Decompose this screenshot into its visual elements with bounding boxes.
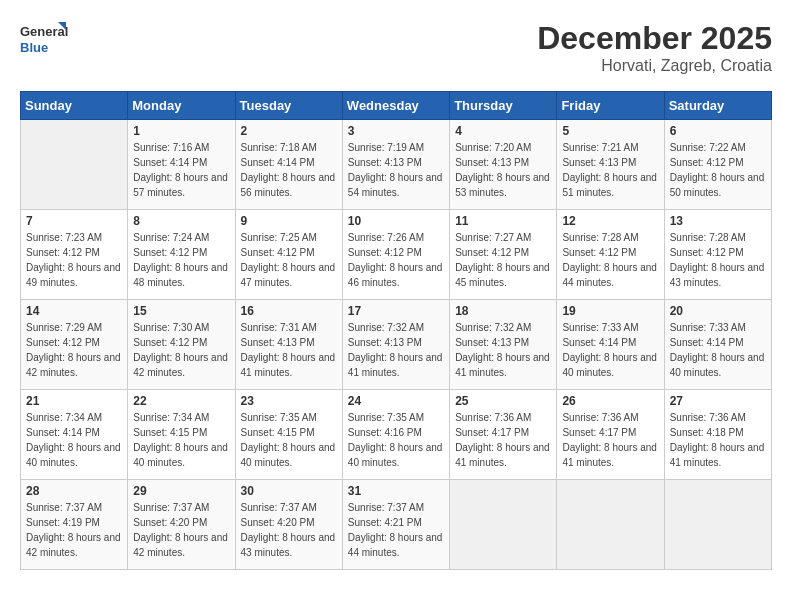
calendar-cell: 15 Sunrise: 7:30 AMSunset: 4:12 PMDaylig… [128,300,235,390]
day-number: 19 [562,304,658,318]
calendar-cell: 11 Sunrise: 7:27 AMSunset: 4:12 PMDaylig… [450,210,557,300]
day-info: Sunrise: 7:36 AMSunset: 4:17 PMDaylight:… [455,410,551,470]
svg-text:Blue: Blue [20,40,48,55]
calendar-cell: 1 Sunrise: 7:16 AMSunset: 4:14 PMDayligh… [128,120,235,210]
calendar-week-3: 14 Sunrise: 7:29 AMSunset: 4:12 PMDaylig… [21,300,772,390]
day-number: 6 [670,124,766,138]
calendar-cell: 30 Sunrise: 7:37 AMSunset: 4:20 PMDaylig… [235,480,342,570]
day-info: Sunrise: 7:35 AMSunset: 4:16 PMDaylight:… [348,410,444,470]
calendar-cell [557,480,664,570]
day-info: Sunrise: 7:37 AMSunset: 4:20 PMDaylight:… [133,500,229,560]
day-number: 30 [241,484,337,498]
month-title: December 2025 [537,20,772,57]
calendar-cell: 19 Sunrise: 7:33 AMSunset: 4:14 PMDaylig… [557,300,664,390]
column-header-monday: Monday [128,92,235,120]
day-info: Sunrise: 7:29 AMSunset: 4:12 PMDaylight:… [26,320,122,380]
calendar-cell: 8 Sunrise: 7:24 AMSunset: 4:12 PMDayligh… [128,210,235,300]
calendar-cell: 28 Sunrise: 7:37 AMSunset: 4:19 PMDaylig… [21,480,128,570]
day-number: 10 [348,214,444,228]
day-info: Sunrise: 7:19 AMSunset: 4:13 PMDaylight:… [348,140,444,200]
day-number: 15 [133,304,229,318]
calendar-cell: 5 Sunrise: 7:21 AMSunset: 4:13 PMDayligh… [557,120,664,210]
day-number: 13 [670,214,766,228]
day-number: 5 [562,124,658,138]
day-number: 2 [241,124,337,138]
day-info: Sunrise: 7:33 AMSunset: 4:14 PMDaylight:… [670,320,766,380]
day-number: 12 [562,214,658,228]
calendar-cell: 14 Sunrise: 7:29 AMSunset: 4:12 PMDaylig… [21,300,128,390]
day-info: Sunrise: 7:27 AMSunset: 4:12 PMDaylight:… [455,230,551,290]
svg-text:General: General [20,24,68,39]
column-header-sunday: Sunday [21,92,128,120]
day-number: 28 [26,484,122,498]
calendar-cell: 13 Sunrise: 7:28 AMSunset: 4:12 PMDaylig… [664,210,771,300]
day-number: 7 [26,214,122,228]
day-info: Sunrise: 7:34 AMSunset: 4:14 PMDaylight:… [26,410,122,470]
calendar-table: SundayMondayTuesdayWednesdayThursdayFrid… [20,91,772,570]
calendar-cell: 27 Sunrise: 7:36 AMSunset: 4:18 PMDaylig… [664,390,771,480]
day-number: 26 [562,394,658,408]
day-number: 20 [670,304,766,318]
calendar-week-2: 7 Sunrise: 7:23 AMSunset: 4:12 PMDayligh… [21,210,772,300]
day-info: Sunrise: 7:37 AMSunset: 4:19 PMDaylight:… [26,500,122,560]
calendar-week-5: 28 Sunrise: 7:37 AMSunset: 4:19 PMDaylig… [21,480,772,570]
calendar-cell: 4 Sunrise: 7:20 AMSunset: 4:13 PMDayligh… [450,120,557,210]
day-info: Sunrise: 7:16 AMSunset: 4:14 PMDaylight:… [133,140,229,200]
location-title: Horvati, Zagreb, Croatia [537,57,772,75]
day-number: 27 [670,394,766,408]
day-number: 3 [348,124,444,138]
column-header-thursday: Thursday [450,92,557,120]
day-number: 16 [241,304,337,318]
day-info: Sunrise: 7:36 AMSunset: 4:17 PMDaylight:… [562,410,658,470]
day-number: 14 [26,304,122,318]
day-info: Sunrise: 7:22 AMSunset: 4:12 PMDaylight:… [670,140,766,200]
day-info: Sunrise: 7:33 AMSunset: 4:14 PMDaylight:… [562,320,658,380]
day-info: Sunrise: 7:28 AMSunset: 4:12 PMDaylight:… [562,230,658,290]
calendar-cell [450,480,557,570]
day-info: Sunrise: 7:31 AMSunset: 4:13 PMDaylight:… [241,320,337,380]
day-number: 21 [26,394,122,408]
day-info: Sunrise: 7:24 AMSunset: 4:12 PMDaylight:… [133,230,229,290]
calendar-header-row: SundayMondayTuesdayWednesdayThursdayFrid… [21,92,772,120]
day-number: 29 [133,484,229,498]
column-header-saturday: Saturday [664,92,771,120]
calendar-cell: 23 Sunrise: 7:35 AMSunset: 4:15 PMDaylig… [235,390,342,480]
calendar-cell: 16 Sunrise: 7:31 AMSunset: 4:13 PMDaylig… [235,300,342,390]
day-info: Sunrise: 7:35 AMSunset: 4:15 PMDaylight:… [241,410,337,470]
day-number: 11 [455,214,551,228]
calendar-cell: 26 Sunrise: 7:36 AMSunset: 4:17 PMDaylig… [557,390,664,480]
title-block: December 2025 Horvati, Zagreb, Croatia [537,20,772,75]
day-info: Sunrise: 7:36 AMSunset: 4:18 PMDaylight:… [670,410,766,470]
page-header: General Blue December 2025 Horvati, Zagr… [20,20,772,75]
column-header-wednesday: Wednesday [342,92,449,120]
day-info: Sunrise: 7:21 AMSunset: 4:13 PMDaylight:… [562,140,658,200]
calendar-cell: 25 Sunrise: 7:36 AMSunset: 4:17 PMDaylig… [450,390,557,480]
day-number: 18 [455,304,551,318]
logo-icon: General Blue [20,20,70,62]
calendar-cell [21,120,128,210]
calendar-cell: 24 Sunrise: 7:35 AMSunset: 4:16 PMDaylig… [342,390,449,480]
calendar-week-4: 21 Sunrise: 7:34 AMSunset: 4:14 PMDaylig… [21,390,772,480]
calendar-cell: 9 Sunrise: 7:25 AMSunset: 4:12 PMDayligh… [235,210,342,300]
calendar-cell: 7 Sunrise: 7:23 AMSunset: 4:12 PMDayligh… [21,210,128,300]
day-info: Sunrise: 7:32 AMSunset: 4:13 PMDaylight:… [348,320,444,380]
day-info: Sunrise: 7:23 AMSunset: 4:12 PMDaylight:… [26,230,122,290]
day-number: 25 [455,394,551,408]
day-info: Sunrise: 7:28 AMSunset: 4:12 PMDaylight:… [670,230,766,290]
day-info: Sunrise: 7:37 AMSunset: 4:20 PMDaylight:… [241,500,337,560]
day-number: 1 [133,124,229,138]
day-info: Sunrise: 7:37 AMSunset: 4:21 PMDaylight:… [348,500,444,560]
calendar-cell: 22 Sunrise: 7:34 AMSunset: 4:15 PMDaylig… [128,390,235,480]
calendar-cell: 20 Sunrise: 7:33 AMSunset: 4:14 PMDaylig… [664,300,771,390]
day-number: 9 [241,214,337,228]
logo: General Blue [20,20,70,62]
calendar-cell [664,480,771,570]
column-header-tuesday: Tuesday [235,92,342,120]
calendar-cell: 17 Sunrise: 7:32 AMSunset: 4:13 PMDaylig… [342,300,449,390]
calendar-cell: 6 Sunrise: 7:22 AMSunset: 4:12 PMDayligh… [664,120,771,210]
calendar-cell: 10 Sunrise: 7:26 AMSunset: 4:12 PMDaylig… [342,210,449,300]
calendar-cell: 29 Sunrise: 7:37 AMSunset: 4:20 PMDaylig… [128,480,235,570]
day-info: Sunrise: 7:26 AMSunset: 4:12 PMDaylight:… [348,230,444,290]
day-number: 22 [133,394,229,408]
day-info: Sunrise: 7:18 AMSunset: 4:14 PMDaylight:… [241,140,337,200]
